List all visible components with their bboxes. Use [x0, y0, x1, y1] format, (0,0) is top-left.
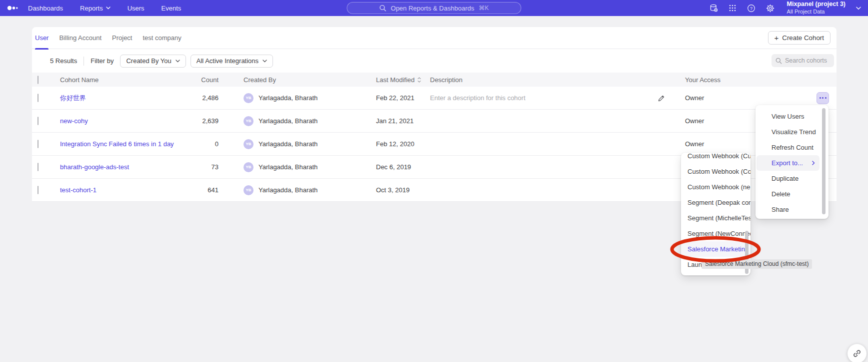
cohort-name-link[interactable]: bharath-google-ads-test	[53, 163, 180, 171]
table-header: Cohort Name Count Created By Last Modifi…	[32, 73, 836, 87]
chevron-down-icon	[262, 60, 267, 63]
submenu-arrow-icon	[812, 161, 820, 165]
created-by-filter[interactable]: Created By You	[120, 55, 186, 68]
nav-item[interactable]: Users	[128, 5, 144, 12]
last-modified-date: Oct 3, 2019	[370, 186, 424, 194]
avatar: YB	[244, 116, 254, 126]
creator-name: Yarlagadda, Bharath	[258, 163, 318, 171]
edit-pencil-icon[interactable]	[658, 94, 666, 102]
row-checkbox[interactable]	[38, 94, 38, 102]
project-scope: All Project Data	[787, 9, 846, 16]
last-modified-date: Jan 21, 2021	[370, 117, 424, 125]
tab[interactable]: test company	[142, 27, 181, 49]
search-icon	[776, 58, 782, 64]
row-checkbox[interactable]	[38, 186, 38, 194]
submenu-item[interactable]: Segment (Deepak con...	[681, 195, 750, 210]
context-menu-item[interactable]: Visualize Trend	[756, 124, 828, 140]
row-checkbox[interactable]	[38, 163, 38, 171]
cohort-name-link[interactable]: new-cohy	[53, 117, 180, 125]
export-to-submenu: Custom Webhook (Cu... Custom Webhook (Co…	[681, 153, 750, 275]
data-management-icon[interactable]	[710, 4, 718, 12]
project-switcher[interactable]: Mixpanel (project 3) All Project Data	[787, 1, 846, 15]
select-all-checkbox[interactable]	[38, 76, 38, 84]
table-row: 你好世界 2,486 YB Yarlagadda, Bharath Feb 22…	[32, 87, 836, 110]
menu-scrollbar[interactable]	[822, 108, 826, 214]
top-navbar: Dashboards Reports Users Events Open Rep…	[0, 0, 868, 16]
results-count: 5 Results	[50, 57, 77, 65]
submenu-item[interactable]: Segment (NewConnec...	[681, 226, 750, 241]
creator-name: Yarlagadda, Bharath	[258, 117, 318, 125]
settings-gear-icon[interactable]	[766, 4, 774, 13]
submenu-item[interactable]: Custom Webhook (ne...	[681, 179, 750, 195]
context-menu-item[interactable]: Export to...	[756, 155, 820, 171]
tab[interactable]: Project	[112, 27, 132, 49]
chevron-down-icon	[106, 7, 110, 10]
access-level: Owner	[678, 94, 800, 102]
nav-item[interactable]: Reports	[80, 5, 110, 12]
integrations-filter[interactable]: All Active Integrations	[190, 55, 273, 68]
avatar: YB	[244, 162, 254, 172]
submenu-item[interactable]: Salesforce Marketing C...	[681, 241, 750, 257]
table-row: new-cohy 2,639 YB Yarlagadda, Bharath Ja…	[32, 110, 836, 133]
row-checkbox[interactable]	[38, 117, 38, 125]
last-modified-date: Dec 6, 2019	[370, 163, 424, 171]
tab[interactable]: Billing Account	[59, 27, 102, 49]
column-header-name[interactable]: Cohort Name	[53, 76, 180, 84]
column-header-your-access[interactable]: Your Access	[678, 76, 800, 84]
tab[interactable]: User	[35, 27, 48, 49]
description-placeholder[interactable]: Enter a description for this cohort	[430, 94, 526, 102]
search-shortcut: ⌘K	[478, 5, 488, 12]
search-cohorts-placeholder: Search cohorts	[785, 57, 827, 64]
share-link-button[interactable]	[848, 344, 866, 362]
create-cohort-button[interactable]: + Create Cohort	[768, 31, 830, 45]
integration-tooltip: Salesforce Marketing Cloud (sfmc-test)	[702, 259, 812, 269]
global-search-bar[interactable]: Open Reports & Dashboards ⌘K	[347, 2, 522, 14]
last-modified-date: Feb 12, 2020	[370, 140, 424, 148]
search-placeholder: Open Reports & Dashboards	[391, 5, 474, 12]
row-checkbox[interactable]	[38, 140, 38, 148]
column-header-description[interactable]: Description	[424, 76, 650, 84]
avatar: YB	[244, 93, 254, 103]
filter-bar: 5 Results Filter by Created By You All A…	[32, 49, 836, 73]
creator-name: Yarlagadda, Bharath	[258, 140, 318, 148]
nav-items: Dashboards Reports Users Events	[28, 5, 181, 12]
nav-item[interactable]: Events	[162, 5, 182, 12]
creator-name: Yarlagadda, Bharath	[258, 94, 318, 102]
avatar: YB	[244, 139, 254, 149]
cohort-count: 2,639	[180, 117, 222, 125]
cohort-count: 0	[180, 140, 222, 148]
row-context-menu: View Users Visualize Trend Refresh Count…	[756, 105, 828, 219]
filter-by-label: Filter by	[90, 57, 114, 65]
sort-icon[interactable]	[418, 77, 421, 83]
context-menu-item[interactable]: Refresh Count	[756, 140, 828, 155]
link-icon	[853, 349, 861, 357]
submenu-item[interactable]: Custom Webhook (Co...	[681, 164, 750, 179]
cohort-name-link[interactable]: Integration Sync Failed 6 times in 1 day	[53, 140, 180, 148]
context-menu-item[interactable]: Delete	[756, 186, 828, 202]
submenu-item[interactable]: Custom Webhook (Cu...	[681, 153, 750, 164]
chevron-down-icon[interactable]	[856, 7, 861, 10]
cohort-name-link[interactable]: 你好世界	[53, 94, 180, 103]
search-cohorts-input[interactable]: Search cohorts	[772, 54, 834, 67]
column-header-created-by[interactable]: Created By	[222, 76, 370, 84]
cohort-count: 2,486	[180, 94, 222, 102]
help-icon[interactable]: ?	[747, 4, 756, 13]
last-modified-date: Feb 22, 2021	[370, 94, 424, 102]
context-menu-item[interactable]: Duplicate	[756, 171, 828, 186]
mixpanel-logo-icon	[7, 5, 22, 12]
divider	[84, 57, 84, 66]
nav-item[interactable]: Dashboards	[28, 5, 63, 12]
apps-grid-icon[interactable]	[728, 4, 736, 12]
tab-bar: User Billing Account Project test compan…	[32, 27, 836, 49]
column-header-count[interactable]: Count	[180, 76, 222, 84]
cohort-name-link[interactable]: test-cohort-1	[53, 186, 180, 194]
context-menu-item[interactable]: Share	[756, 202, 828, 217]
chevron-down-icon	[176, 60, 180, 63]
svg-text:?: ?	[750, 6, 752, 11]
context-menu-item[interactable]: View Users	[756, 109, 828, 124]
avatar: YB	[244, 185, 254, 195]
column-header-last-modified[interactable]: Last Modified	[376, 76, 414, 84]
row-actions-button[interactable]	[816, 92, 829, 104]
plus-icon: +	[774, 34, 779, 42]
submenu-item[interactable]: Segment (MichelleTest)	[681, 210, 750, 226]
